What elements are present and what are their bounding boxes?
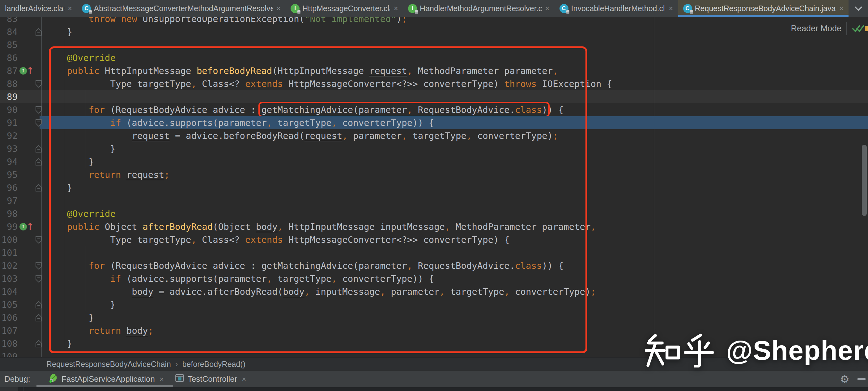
breadcrumb-item-requestresponsebodyadvicechain[interactable]: RequestResponseBodyAdviceChain	[46, 360, 171, 369]
hide-panel-icon[interactable]	[858, 378, 866, 380]
code-line-text[interactable]: request = advice.beforeBodyRead(request,…	[45, 129, 868, 142]
tab-close-icon[interactable]: ×	[68, 4, 72, 13]
fold-end-marker-icon[interactable]	[35, 340, 42, 348]
fold-start-marker-icon[interactable]	[35, 275, 42, 283]
line-number[interactable]: 109	[0, 350, 18, 357]
fold-start-marker-icon[interactable]	[35, 106, 42, 114]
code-line-text[interactable]: }	[45, 181, 868, 194]
implementing-method-icon[interactable]: I	[20, 67, 27, 74]
line-number[interactable]: 88	[0, 77, 18, 90]
tab-handlermethodargumentresolver-class[interactable]: IHandlerMethodArgumentResolver.class×	[403, 0, 554, 17]
code-line-text[interactable]: public Object afterBodyRead(Object body,…	[45, 220, 868, 233]
line-number[interactable]: 90	[0, 103, 18, 116]
line-number[interactable]: 103	[0, 272, 18, 285]
code-line-text[interactable]: }	[45, 142, 868, 155]
line-number[interactable]: 94	[0, 155, 18, 168]
fold-start-marker-icon[interactable]	[35, 80, 42, 88]
fold-end-marker-icon[interactable]	[35, 28, 42, 36]
fold-start-marker-icon[interactable]	[35, 119, 42, 127]
divider	[23, 387, 24, 391]
code-line-text[interactable]: @Override	[45, 207, 868, 220]
code-line-text[interactable]: return request;	[45, 168, 868, 181]
code-line-text[interactable]: }	[45, 155, 868, 168]
line-number[interactable]: 102	[0, 259, 18, 272]
code-row: 105 }	[0, 298, 868, 311]
line-number[interactable]: 86	[0, 51, 18, 64]
code-line-text[interactable]: Type targetType, Class<? extends HttpMes…	[45, 77, 868, 90]
gutter-icon-slot	[18, 246, 32, 259]
code-token: ,	[305, 287, 310, 297]
tab-close-icon[interactable]: ×	[669, 4, 673, 13]
line-number[interactable]: 97	[0, 194, 18, 207]
inspections-ok-icon[interactable]	[852, 23, 865, 34]
fold-start-marker-icon[interactable]	[35, 236, 42, 244]
code-line-text[interactable]: if (advice.supports(parameter, targetTyp…	[45, 272, 868, 285]
line-number[interactable]: 85	[0, 38, 18, 51]
line-number[interactable]: 89	[0, 90, 18, 103]
code-line-text[interactable]	[45, 246, 868, 259]
line-number[interactable]: 101	[0, 246, 18, 259]
breadcrumb-item-beforebodyread[interactable]: beforeBodyRead()	[182, 360, 245, 369]
line-number[interactable]: 91	[0, 116, 18, 129]
tab-invocablehandlermethod-class[interactable]: CInvocableHandlerMethod.class×	[555, 0, 678, 17]
error-stripe-warning-mark[interactable]	[865, 26, 868, 31]
tab-close-icon[interactable]: ×	[276, 4, 281, 13]
tab-httpmessageconverter-class[interactable]: IHttpMessageConverter.class×	[286, 0, 403, 17]
debug-tab-testcontroller[interactable]: TestController×	[169, 371, 252, 387]
gear-icon[interactable]: ⚙	[840, 374, 849, 385]
line-number[interactable]: 105	[0, 298, 18, 311]
tab-landleradvice-class[interactable]: landlerAdvice.class×	[0, 0, 77, 17]
code-line-text[interactable]: if (advice.supports(parameter, targetTyp…	[45, 116, 868, 129]
line-number[interactable]: 104	[0, 285, 18, 298]
line-number[interactable]: 96	[0, 181, 18, 194]
code-line-text[interactable]	[45, 38, 868, 51]
line-number[interactable]: 84	[0, 25, 18, 38]
tab-requestresponsebodyadvicechain-java[interactable]: CRequestResponseBodyAdviceChain.java×	[678, 0, 848, 17]
code-line-text[interactable]: for (RequestBodyAdvice advice : getMatch…	[45, 259, 868, 272]
line-number[interactable]: 108	[0, 337, 18, 350]
code-token: RequestBodyAdvice.	[412, 261, 515, 271]
tab-close-icon[interactable]: ×	[545, 4, 550, 13]
line-number[interactable]: 100	[0, 233, 18, 246]
tab-close-icon[interactable]: ×	[394, 4, 398, 13]
fold-end-marker-icon[interactable]	[35, 301, 42, 309]
fold-end-marker-icon[interactable]	[35, 314, 42, 322]
line-number[interactable]: 93	[0, 142, 18, 155]
line-number[interactable]: 83	[0, 17, 18, 25]
spring-boot-icon	[48, 373, 58, 385]
line-number[interactable]: 107	[0, 324, 18, 337]
fold-start-marker-icon[interactable]	[35, 262, 42, 270]
editor-scrollbar-thumb[interactable]	[862, 145, 867, 216]
code-line-text[interactable]: }	[45, 25, 868, 38]
tab-close-icon[interactable]: ×	[242, 375, 246, 384]
gutter-icon-slot	[18, 17, 32, 25]
line-number[interactable]: 87	[0, 64, 18, 77]
line-number[interactable]: 106	[0, 311, 18, 324]
code-line-text[interactable]: }	[45, 311, 868, 324]
tab-overflow-button[interactable]	[848, 0, 868, 17]
code-token: HttpMessageConverter<?>> converterType) …	[283, 235, 509, 245]
code-line-text[interactable]: for (RequestBodyAdvice advice : getMatch…	[45, 103, 868, 116]
implementing-method-icon[interactable]: I	[20, 223, 27, 231]
line-number[interactable]: 99	[0, 220, 18, 233]
code-line-text[interactable]	[45, 90, 868, 103]
code-line-text[interactable]: throw new UnsupportedOperationException(…	[45, 17, 868, 25]
code-line-text[interactable]: public HttpInputMessage beforeBodyRead(H…	[45, 64, 868, 77]
line-number[interactable]: 98	[0, 207, 18, 220]
code-line-text[interactable]: }	[45, 298, 868, 311]
fold-end-marker-icon[interactable]	[35, 158, 42, 166]
code-line-text[interactable]: @Override	[45, 51, 868, 64]
tab-abstractmessageconvertermethodargumentre[interactable]: CAbstractMessageConverterMethodArgumentR…	[77, 0, 286, 17]
code-line-text[interactable]: body = advice.afterBodyRead(body, inputM…	[45, 285, 868, 298]
fold-end-marker-icon[interactable]	[35, 145, 42, 153]
line-number[interactable]: 95	[0, 168, 18, 181]
tab-close-icon[interactable]: ×	[159, 375, 164, 384]
code-line-text[interactable]: Type targetType, Class<? extends HttpMes…	[45, 233, 868, 246]
code-line-text[interactable]	[45, 194, 868, 207]
tab-close-icon[interactable]: ×	[839, 4, 844, 13]
fold-end-marker-icon[interactable]	[35, 184, 42, 192]
fold-column	[32, 246, 45, 259]
line-number[interactable]: 92	[0, 129, 18, 142]
debug-tab-scrollbar[interactable]	[36, 385, 173, 387]
code-editor[interactable]: 83 throw new UnsupportedOperationExcepti…	[0, 17, 868, 357]
